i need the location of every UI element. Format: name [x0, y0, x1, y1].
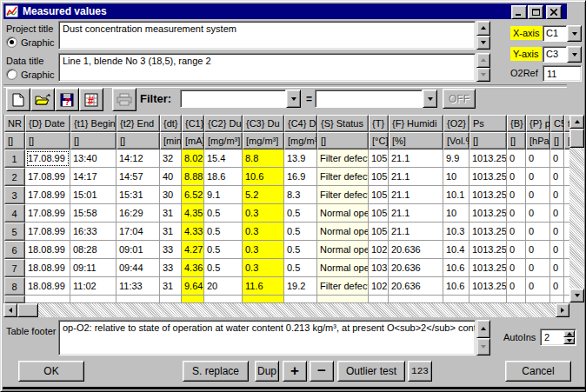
table-cell[interactable]: 0	[526, 223, 550, 241]
table-cell[interactable]: 0	[550, 168, 564, 186]
column-header-cell[interactable]: {D} Date	[25, 115, 70, 132]
table-cell[interactable]: 0.3	[243, 204, 284, 223]
table-cell[interactable]: 17.08.99	[25, 223, 70, 241]
table-cell[interactable]: 102	[369, 277, 389, 296]
minimize-button[interactable]	[511, 5, 527, 19]
table-cell[interactable]: 1013.25	[469, 259, 507, 277]
outlier-test-button[interactable]: Outlier test	[337, 361, 405, 382]
table-cell[interactable]: 1013.25	[469, 168, 507, 186]
dup-button[interactable]: Dup	[255, 361, 279, 382]
maximize-button[interactable]	[528, 5, 543, 19]
table-cell[interactable]: 33	[160, 259, 182, 277]
table-cell[interactable]: 0.5	[204, 204, 243, 223]
table-cell[interactable]: 31	[160, 223, 182, 241]
table-cell[interactable]: 0.5	[284, 241, 317, 259]
table-cell[interactable]: 8.02	[182, 149, 204, 168]
table-cell[interactable]: 6.52	[182, 186, 204, 204]
table-cell[interactable]: 0	[507, 223, 526, 241]
filter-value-1[interactable]	[180, 90, 286, 108]
table-cell[interactable]: 1013.25	[469, 277, 507, 296]
vertical-scroll-thumb[interactable]	[569, 129, 584, 148]
row-selector-cell[interactable]: 2	[4, 168, 25, 186]
table-cell[interactable]: Filter defect	[317, 168, 369, 186]
table-cell[interactable]: 10.6	[243, 168, 284, 186]
table-cell[interactable]: 40	[160, 168, 182, 186]
table-cell[interactable]: 10	[443, 168, 469, 186]
table-cell[interactable]: 10.4	[443, 241, 469, 259]
table-cell[interactable]: 17.08.99	[25, 186, 70, 204]
table-cell[interactable]: 18.6	[204, 168, 243, 186]
table-cell[interactable]: Normal oper	[317, 204, 369, 223]
table-cell[interactable]: Filter defect	[317, 277, 369, 296]
table-cell[interactable]: 105	[369, 149, 389, 168]
project-graphic-radio[interactable]	[6, 37, 17, 48]
table-cell[interactable]: 31	[160, 204, 182, 223]
table-cell[interactable]	[243, 296, 284, 303]
table-cell[interactable]: 105	[369, 168, 389, 186]
table-cell[interactable]: 19.2	[284, 277, 317, 296]
table-cell[interactable]: 8.8	[243, 149, 284, 168]
horizontal-scrollbar[interactable]	[3, 303, 569, 317]
table-cell[interactable]: 13:40	[70, 149, 117, 168]
column-header-cell[interactable]: {C2} Du	[204, 115, 243, 132]
filter-combobox-1[interactable]	[180, 90, 301, 108]
o2ref-field[interactable]: 11	[543, 65, 582, 82]
table-cell[interactable]: 11:33	[117, 277, 160, 296]
data-graphic-radio[interactable]	[6, 69, 17, 80]
row-selector-cell[interactable]	[4, 296, 25, 303]
table-cell[interactable]: 21.1	[389, 223, 443, 241]
scroll-down-button[interactable]	[569, 289, 584, 302]
autoins-up-button[interactable]	[563, 330, 575, 337]
table-cell[interactable]: 102	[369, 241, 389, 259]
print-button[interactable]	[112, 88, 137, 111]
table-cell[interactable]: 4.33	[182, 223, 204, 241]
column-header-cell[interactable]: {B}	[507, 115, 526, 132]
table-cell[interactable]: 21.1	[389, 149, 443, 168]
table-cell[interactable]: Normal oper	[317, 223, 369, 241]
table-cell[interactable]: 1013.25	[469, 241, 507, 259]
table-cell[interactable]: 08:28	[70, 241, 117, 259]
project-title-scroll-down-button[interactable]	[476, 36, 490, 50]
grid-button[interactable]: #	[79, 88, 103, 111]
vertical-scrollbar[interactable]	[569, 115, 584, 302]
project-title-field[interactable]: Dust concentration measurement system	[58, 21, 476, 50]
table-cell[interactable]: 0	[507, 277, 526, 296]
filter-combobox-2[interactable]	[315, 90, 437, 108]
table-cell[interactable]: 8.88	[182, 168, 204, 186]
table-cell[interactable]: 0	[550, 277, 564, 296]
column-header-cell[interactable]: {t2} End	[117, 115, 160, 132]
table-cell[interactable]: 4.36	[182, 259, 204, 277]
table-cell[interactable]: Normal oper	[317, 241, 369, 259]
column-header-cell[interactable]: {P} pr	[526, 115, 550, 132]
table-cell[interactable]: 8.3	[284, 186, 317, 204]
table-cell[interactable]	[182, 296, 204, 303]
column-header-cell[interactable]: {F} Humidi	[389, 115, 443, 132]
table-cell[interactable]: 15:31	[117, 186, 160, 204]
table-cell[interactable]: Filter defect	[317, 186, 369, 204]
cancel-button[interactable]: Cancel	[505, 361, 571, 382]
table-cell[interactable]: 0.5	[284, 223, 317, 241]
table-cell[interactable]: 32	[160, 149, 182, 168]
table-cell[interactable]	[389, 296, 443, 303]
column-header-cell[interactable]: {dt}	[160, 115, 182, 132]
table-cell[interactable]: 0.5	[204, 241, 243, 259]
table-cell[interactable]: 0	[526, 259, 550, 277]
table-cell[interactable]: 105	[369, 186, 389, 204]
table-cell[interactable]: 21.1	[389, 204, 443, 223]
table-cell[interactable]: 0.3	[243, 259, 284, 277]
footer-scroll-down-button[interactable]	[476, 338, 490, 356]
table-cell[interactable]: 14:17	[70, 168, 117, 186]
remove-row-button[interactable]: −	[310, 361, 334, 382]
ok-button[interactable]: OK	[18, 361, 84, 382]
column-header-cell[interactable]: {C3} Du	[243, 115, 284, 132]
table-cell[interactable]: 10.6	[443, 277, 469, 296]
table-cell[interactable]: 1013.25	[469, 223, 507, 241]
table-cell[interactable]: 20.636	[389, 259, 443, 277]
table-cell[interactable]: 09:44	[117, 259, 160, 277]
close-button[interactable]	[546, 5, 562, 19]
add-row-button[interactable]: +	[283, 361, 307, 382]
table-cell[interactable]: 13.9	[284, 149, 317, 168]
table-cell[interactable]: 1013.25	[469, 204, 507, 223]
table-cell[interactable]: 0	[526, 149, 550, 168]
table-cell[interactable]: 0	[526, 168, 550, 186]
